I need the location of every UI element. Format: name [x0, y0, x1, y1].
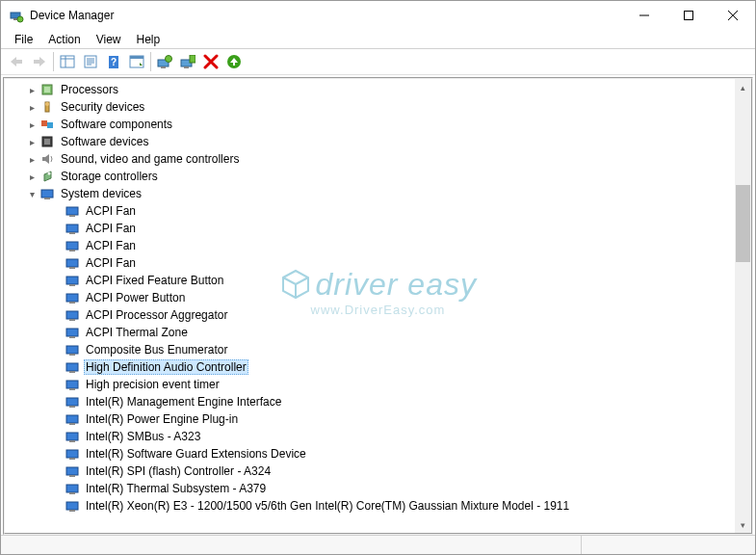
- window-controls: [622, 1, 755, 30]
- svg-rect-37: [66, 207, 78, 215]
- tree-device[interactable]: ACPI Fan: [5, 254, 735, 272]
- sys-icon: [65, 498, 80, 514]
- device-label: ACPI Fan: [84, 221, 138, 236]
- sys-icon: [65, 429, 80, 444]
- menu-action[interactable]: Action: [40, 32, 88, 47]
- tree-device[interactable]: High precision event timer: [5, 376, 735, 393]
- tree-device[interactable]: ACPI Thermal Zone: [5, 324, 735, 341]
- tree-category[interactable]: ▾System devices: [5, 185, 735, 202]
- sys-icon: [65, 255, 80, 271]
- svg-rect-33: [44, 139, 50, 145]
- show-hide-console-tree-button[interactable]: [56, 51, 79, 72]
- tree-device[interactable]: ACPI Power Button: [5, 289, 735, 306]
- svg-rect-69: [66, 485, 78, 492]
- scroll-up-button[interactable]: ▴: [735, 79, 751, 95]
- tree-device[interactable]: Intel(R) Xeon(R) E3 - 1200/1500 v5/6th G…: [5, 497, 735, 515]
- scan-hardware-button[interactable]: [222, 51, 246, 72]
- device-label: Intel(R) SMBus - A323: [84, 429, 202, 444]
- svg-rect-43: [66, 259, 78, 267]
- update-driver-button[interactable]: [153, 51, 176, 72]
- chevron-right-icon[interactable]: ▸: [26, 102, 38, 113]
- svg-rect-41: [66, 242, 78, 250]
- sys-icon: [39, 186, 55, 201]
- tree-device[interactable]: Intel(R) Power Engine Plug-in: [5, 410, 735, 428]
- device-label: ACPI Fan: [84, 238, 138, 253]
- category-label: Software components: [59, 117, 174, 132]
- chevron-down-icon[interactable]: ▾: [26, 189, 38, 199]
- app-icon: [9, 8, 24, 23]
- uninstall-device-button[interactable]: [176, 51, 199, 72]
- tree-category[interactable]: ▸Sound, video and game controllers: [5, 150, 735, 168]
- vertical-scrollbar[interactable]: ▴ ▾: [735, 79, 751, 533]
- forward-button[interactable]: [28, 51, 51, 72]
- scrollbar-thumb[interactable]: [736, 185, 750, 262]
- category-label: Sound, video and game controllers: [59, 151, 241, 167]
- device-label: ACPI Fan: [84, 203, 138, 219]
- svg-rect-1: [13, 18, 17, 20]
- category-label: Processors: [59, 82, 120, 97]
- svg-rect-66: [69, 458, 75, 460]
- sys-icon: [65, 221, 80, 236]
- scroll-down-button[interactable]: ▾: [735, 516, 751, 533]
- menu-help[interactable]: Help: [129, 32, 169, 47]
- svg-rect-67: [66, 467, 78, 475]
- tree-device[interactable]: Intel(R) Management Engine Interface: [5, 393, 735, 410]
- tree-device[interactable]: Intel(R) Software Guard Extensions Devic…: [5, 445, 735, 462]
- tree-device[interactable]: Intel(R) SPI (flash) Controller - A324: [5, 462, 735, 480]
- device-label: Intel(R) Management Engine Interface: [84, 394, 283, 410]
- device-label: ACPI Fan: [84, 255, 138, 271]
- svg-rect-7: [61, 56, 74, 67]
- tree-device[interactable]: Composite Bus Enumerator: [5, 341, 735, 358]
- device-label: ACPI Fixed Feature Button: [84, 273, 225, 288]
- device-tree[interactable]: ▸Processors▸Security devices▸Software co…: [5, 79, 751, 533]
- svg-rect-4: [685, 12, 693, 20]
- chevron-right-icon[interactable]: ▸: [26, 172, 38, 182]
- disable-device-button[interactable]: [199, 51, 222, 72]
- tree-device[interactable]: ACPI Fan: [5, 237, 735, 254]
- chevron-right-icon[interactable]: ▸: [26, 154, 38, 165]
- tree-category[interactable]: ▸Processors: [5, 81, 735, 98]
- tree-device[interactable]: ACPI Fan: [5, 220, 735, 237]
- tree-device[interactable]: Intel(R) Thermal Subsystem - A379: [5, 480, 735, 497]
- toolbar: ?: [1, 48, 755, 75]
- tree-category[interactable]: ▸Software devices: [5, 133, 735, 150]
- sys-icon: [65, 238, 80, 253]
- sys-icon: [65, 273, 80, 288]
- svg-rect-45: [66, 277, 78, 284]
- action-button[interactable]: [125, 51, 148, 72]
- svg-rect-18: [130, 56, 143, 59]
- svg-point-21: [166, 55, 172, 62]
- minimize-button[interactable]: [622, 1, 666, 30]
- maximize-button[interactable]: [666, 1, 711, 30]
- svg-rect-47: [66, 294, 78, 302]
- device-label: Composite Bus Enumerator: [84, 342, 229, 357]
- tree-category[interactable]: ▸Storage controllers: [5, 168, 735, 185]
- properties-button[interactable]: [79, 51, 102, 72]
- menu-view[interactable]: View: [89, 32, 129, 47]
- svg-point-34: [48, 172, 51, 175]
- close-button[interactable]: [711, 1, 755, 30]
- back-button[interactable]: [5, 51, 28, 72]
- menu-file[interactable]: File: [7, 32, 40, 47]
- chevron-right-icon[interactable]: ▸: [26, 137, 38, 147]
- help-button[interactable]: ?: [102, 51, 125, 72]
- sys-icon: [65, 359, 80, 375]
- tree-device[interactable]: High Definition Audio Controller: [5, 358, 735, 376]
- tree-category[interactable]: ▸Software components: [5, 116, 735, 133]
- svg-rect-38: [69, 215, 75, 217]
- tree-device[interactable]: ACPI Processor Aggregator: [5, 306, 735, 324]
- svg-rect-52: [69, 336, 75, 338]
- svg-rect-54: [69, 354, 75, 356]
- tree-device[interactable]: ACPI Fixed Feature Button: [5, 272, 735, 289]
- tree-device[interactable]: ACPI Fan: [5, 202, 735, 220]
- window-title: Device Manager: [30, 9, 622, 22]
- device-label: Intel(R) Software Guard Extensions Devic…: [84, 446, 308, 462]
- svg-rect-62: [69, 423, 75, 425]
- tree-device[interactable]: Intel(R) SMBus - A323: [5, 428, 735, 445]
- chevron-right-icon[interactable]: ▸: [26, 85, 38, 95]
- category-label: System devices: [59, 186, 143, 201]
- chevron-right-icon[interactable]: ▸: [26, 119, 38, 130]
- device-label: High precision event timer: [84, 377, 222, 392]
- tree-category[interactable]: ▸Security devices: [5, 98, 735, 116]
- content-border: ▸Processors▸Security devices▸Software co…: [3, 77, 753, 535]
